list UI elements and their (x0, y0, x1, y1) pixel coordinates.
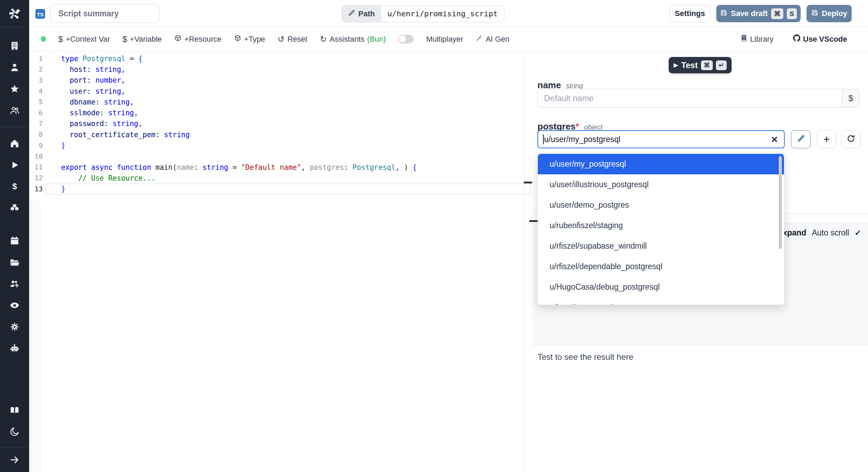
line-number: 5 (29, 98, 43, 106)
book-icon (740, 34, 748, 44)
code-line[interactable]: 9} (29, 140, 524, 151)
path-pill[interactable]: Path u/henri/promising_script (342, 5, 504, 22)
dropdown-scrollbar[interactable] (779, 156, 782, 249)
user-icon[interactable] (0, 57, 29, 78)
line-number: 4 (29, 87, 43, 95)
expand-sidebar-arrow-icon[interactable] (0, 448, 29, 472)
multiplayer-label: Multiplayer (426, 35, 463, 44)
add-type-button[interactable]: +Type (234, 34, 265, 44)
result-panel: Test to see the result here (532, 345, 868, 472)
script-summary-placeholder: Script summary (58, 9, 119, 18)
workers-robot-icon[interactable] (0, 338, 29, 359)
workspace-building-icon[interactable] (0, 35, 29, 57)
groups-icon[interactable] (0, 273, 29, 295)
docs-book-icon[interactable] (0, 399, 29, 421)
code-line[interactable]: 5 dbname: string, (29, 97, 524, 107)
name-input-placeholder: Default name (538, 93, 842, 103)
windmill-logo[interactable] (5, 4, 24, 24)
multiplayer-toggle[interactable] (398, 35, 414, 43)
variables-dollar-icon[interactable]: $ (0, 176, 29, 197)
edit-resource-button[interactable] (791, 130, 811, 148)
dropdown-option[interactable]: u/user/my_postgresql (538, 154, 784, 174)
test-button[interactable]: ▶ Test ⌘ ↵ (669, 57, 732, 73)
use-vscode-button[interactable]: Use VScode (793, 34, 847, 44)
line-number: 11 (29, 163, 43, 171)
logs-header: Expand Auto scroll ✓ (777, 228, 861, 238)
code-line[interactable]: 7 password: string, (29, 118, 524, 129)
code-line[interactable]: 8 root_certificate_pem: string (29, 129, 524, 140)
assistants-button[interactable]: ↻ Assistants (Bun) (320, 35, 386, 44)
editor-panel-divider (524, 51, 525, 472)
dropdown-option[interactable]: u/henri/postgresql (538, 297, 784, 305)
horizontal-splitter-handle[interactable] (529, 220, 538, 222)
text-caret (543, 134, 544, 144)
sidebar-divider (0, 27, 29, 27)
code-line[interactable]: 6 sslmode: string, (29, 107, 524, 118)
reset-button[interactable]: ↺ Reset (278, 35, 308, 44)
typescript-badge: TS (35, 9, 45, 19)
code-line[interactable]: 2 host: string, (29, 64, 524, 75)
audit-eye-icon[interactable] (0, 295, 29, 316)
ai-gen-button[interactable]: AI Gen (476, 34, 509, 44)
line-number: 8 (29, 131, 43, 139)
name-input[interactable]: Default name $ (537, 89, 860, 108)
insert-variable-button[interactable]: $ (842, 89, 859, 107)
line-number: 13 (29, 185, 43, 193)
add-resource-button[interactable]: +Resource (174, 34, 222, 44)
members-icon[interactable] (0, 100, 29, 121)
favorites-star-icon[interactable] (0, 78, 29, 100)
line-number: 9 (29, 142, 43, 150)
resources-boxes-icon[interactable] (0, 197, 29, 219)
code-line[interactable]: 12 // Use Resource... (29, 173, 524, 183)
path-label: Path (358, 9, 375, 18)
vertical-splitter-handle[interactable] (524, 182, 532, 183)
save-draft-button[interactable]: Save draft ⌘ S (716, 5, 801, 22)
add-context-var-button[interactable]: $ +Context Var (58, 35, 110, 44)
dollar-icon: $ (58, 35, 63, 43)
cmd-kbd: ⌘ (771, 8, 783, 19)
s-kbd: S (787, 8, 797, 19)
save-icon (720, 9, 727, 18)
schedules-calendar-icon[interactable] (0, 230, 29, 251)
dropdown-option[interactable]: u/rfiszel/supabase_windmill (538, 236, 784, 256)
line-number: 10 (29, 152, 43, 160)
status-dot (41, 36, 46, 42)
package-icon (174, 34, 182, 44)
deploy-button[interactable]: Deploy (807, 5, 852, 22)
result-placeholder: Test to see the result here (532, 345, 868, 362)
dropdown-option[interactable]: u/HugoCasa/debug_postgresql (538, 277, 784, 297)
settings-gear-icon[interactable] (0, 316, 29, 338)
add-resource-button[interactable]: + (817, 130, 836, 148)
code-line[interactable]: 10 (29, 151, 524, 162)
postgres-resource-input[interactable]: u/user/my_postgresql × (537, 130, 785, 148)
dropdown-option[interactable]: u/rubenfiszel/staging (538, 215, 784, 236)
clear-icon[interactable]: × (771, 134, 784, 145)
dropdown-option[interactable]: u/rfiszel/dependable_postgresql (538, 256, 784, 277)
path-label-segment: Path (342, 6, 381, 22)
code-line[interactable]: 1type Postgresql = { (29, 53, 524, 64)
magic-wand-icon (476, 34, 483, 44)
autoscroll-toggle[interactable]: Auto scroll (812, 228, 849, 238)
runs-play-icon[interactable] (0, 154, 29, 176)
script-summary-input[interactable]: Script summary (50, 4, 159, 23)
dropdown-option[interactable]: u/user/illustrious_postgresql (538, 174, 784, 195)
library-button[interactable]: Library (740, 34, 774, 44)
settings-button[interactable]: Settings (669, 5, 710, 22)
refresh-resources-button[interactable] (841, 130, 861, 148)
enter-kbd: ↵ (716, 60, 727, 70)
dark-mode-moon-icon[interactable] (0, 421, 29, 442)
dropdown-option[interactable]: u/user/demo_postgres (538, 195, 784, 215)
code-line[interactable]: 4 user: string, (29, 86, 524, 97)
code-line[interactable]: 13} (29, 184, 524, 194)
add-variable-button[interactable]: $ +Variable (123, 35, 162, 44)
line-number: 7 (29, 120, 43, 128)
code-line[interactable]: 11export async function main(name: strin… (29, 162, 524, 173)
pencil-icon (348, 9, 355, 18)
topbar: TS Script summary Path u/henri/promising… (29, 0, 868, 27)
code-editor[interactable]: 1type Postgresql = {2 host: string,3 por… (29, 51, 532, 472)
sidebar: $ (0, 0, 29, 472)
line-number: 2 (29, 65, 43, 73)
code-line[interactable]: 3 port: number, (29, 75, 524, 86)
folders-icon[interactable] (0, 251, 29, 273)
home-icon[interactable] (0, 133, 29, 154)
